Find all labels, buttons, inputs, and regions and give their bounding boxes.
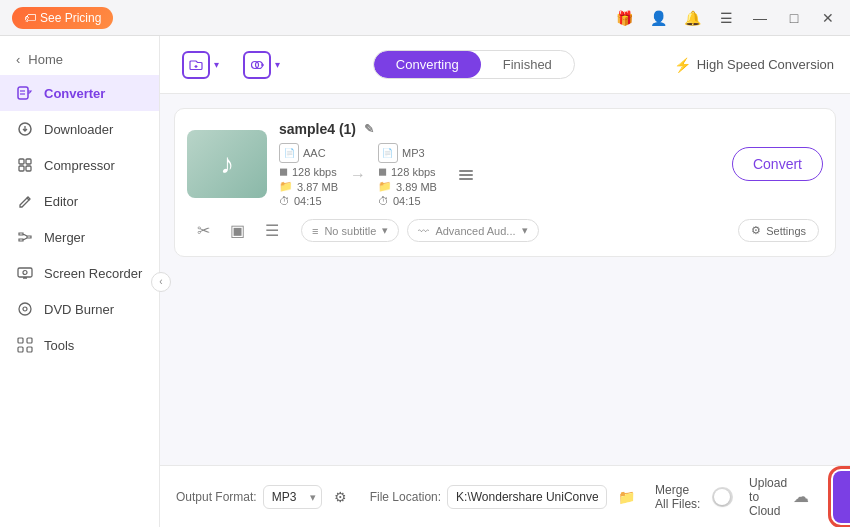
bell-icon-button[interactable]: 🔔 — [678, 4, 706, 32]
back-arrow-icon: ‹ — [16, 52, 20, 67]
sidebar-item-dvd-burner[interactable]: DVD Burner — [0, 291, 159, 327]
svg-point-10 — [19, 303, 31, 315]
output-format-select[interactable]: MP3 — [263, 485, 322, 509]
file-card-bottom: ✂ ▣ ☰ ≡ No subtitle ▾ 〰 Advanced Aud... … — [187, 217, 823, 244]
tab-converting[interactable]: Converting — [374, 51, 481, 78]
browse-folder-button[interactable]: 📁 — [613, 484, 639, 510]
output-size-row: 📁 3.89 MB — [378, 180, 437, 193]
input-bitrate-row: ◼ 128 kbps — [279, 165, 338, 178]
sidebar: ‹ Home Converter Downloader — [0, 36, 160, 527]
svg-rect-8 — [18, 268, 32, 277]
sidebar-item-downloader[interactable]: Downloader — [0, 111, 159, 147]
file-location-field: File Location: 📁 — [370, 484, 639, 510]
sidebar-label-merger: Merger — [44, 230, 85, 245]
dvd-burner-icon — [16, 300, 34, 318]
svg-point-11 — [23, 307, 27, 311]
subtitle-label: No subtitle — [324, 225, 376, 237]
convert-button[interactable]: Convert — [732, 147, 823, 181]
arrow-right-icon: → — [350, 166, 366, 184]
more-tool-button[interactable]: ☰ — [259, 217, 285, 244]
downloader-icon — [16, 120, 34, 138]
add-more-icon — [243, 51, 271, 79]
compressor-icon — [16, 156, 34, 174]
svg-rect-7 — [26, 166, 31, 171]
menu-icon-button[interactable]: ☰ — [712, 4, 740, 32]
gift-icon-button[interactable]: 🎁 — [610, 4, 638, 32]
size-icon: 📁 — [279, 180, 293, 193]
subtitle-chevron: ▾ — [382, 224, 388, 237]
minimize-button[interactable]: — — [746, 4, 774, 32]
high-speed-label: High Speed Conversion — [697, 57, 834, 72]
svg-rect-0 — [18, 87, 28, 99]
maximize-button[interactable]: □ — [780, 4, 808, 32]
output-format-row: 📄 MP3 — [378, 143, 437, 163]
settings-button[interactable]: ⚙ Settings — [738, 219, 819, 242]
sidebar-item-tools[interactable]: Tools — [0, 327, 159, 363]
sidebar-item-screen-recorder[interactable]: Screen Recorder — [0, 255, 159, 291]
subtitle-icon: ≡ — [312, 225, 318, 237]
sidebar-label-tools: Tools — [44, 338, 74, 353]
file-meta-row: 📄 AAC ◼ 128 kbps 📁 3.87 MB — [279, 143, 720, 207]
add-more-button[interactable]: ▾ — [237, 47, 286, 83]
file-options-button[interactable] — [453, 162, 479, 188]
merge-files-row: Merge All Files: — [655, 483, 733, 511]
sidebar-label-downloader: Downloader — [44, 122, 113, 137]
crop-tool-button[interactable]: ▣ — [224, 217, 251, 244]
duration-icon: ⏱ — [279, 195, 290, 207]
sidebar-item-editor[interactable]: Editor — [0, 183, 159, 219]
audio-wave-icon: 〰 — [418, 225, 429, 237]
svg-rect-15 — [27, 347, 32, 352]
sidebar-label-compressor: Compressor — [44, 158, 115, 173]
sidebar-label-converter: Converter — [44, 86, 105, 101]
sidebar-item-merger[interactable]: Merger — [0, 219, 159, 255]
input-bitrate: 128 kbps — [292, 166, 337, 178]
see-pricing-button[interactable]: 🏷 See Pricing — [12, 7, 113, 29]
toolbar: ▾ ▾ Converting Finished ⚡ — [160, 36, 850, 94]
output-duration-icon: ⏱ — [378, 195, 389, 207]
output-format-icon: 📄 — [378, 143, 398, 163]
close-button[interactable]: ✕ — [814, 4, 842, 32]
file-location-input[interactable] — [447, 485, 607, 509]
audio-label: Advanced Aud... — [435, 225, 515, 237]
file-location-label: File Location: — [370, 490, 441, 504]
output-bitrate-row: ◼ 128 kbps — [378, 165, 437, 178]
file-thumbnail: ♪ — [187, 130, 267, 198]
svg-rect-14 — [18, 347, 23, 352]
sidebar-item-compressor[interactable]: Compressor — [0, 147, 159, 183]
merger-icon — [16, 228, 34, 246]
settings-format-button[interactable]: ⚙ — [328, 484, 354, 510]
audio-select[interactable]: 〰 Advanced Aud... ▾ — [407, 219, 538, 242]
cloud-upload-icon: ☁ — [793, 487, 809, 506]
subtitle-select[interactable]: ≡ No subtitle ▾ — [301, 219, 399, 242]
input-format: AAC — [303, 147, 326, 159]
add-more-chevron: ▾ — [275, 59, 280, 70]
sidebar-collapse-button[interactable]: ‹ — [151, 272, 171, 292]
cut-tool-button[interactable]: ✂ — [191, 217, 216, 244]
screen-recorder-icon — [16, 264, 34, 282]
sidebar-label-screen-recorder: Screen Recorder — [44, 266, 142, 281]
sidebar-item-home[interactable]: ‹ Home — [0, 44, 159, 75]
output-bitrate-icon: ◼ — [378, 165, 387, 178]
sidebar-label-editor: Editor — [44, 194, 78, 209]
tab-group: Converting Finished — [373, 50, 575, 79]
start-all-button[interactable]: Start All — [833, 471, 850, 523]
tab-finished[interactable]: Finished — [481, 51, 574, 78]
output-size-icon: 📁 — [378, 180, 392, 193]
svg-point-9 — [23, 271, 27, 275]
svg-rect-6 — [19, 166, 24, 171]
edit-icon[interactable]: ✎ — [364, 122, 374, 136]
lightning-icon: ⚡ — [674, 57, 691, 73]
merge-toggle[interactable] — [712, 487, 733, 507]
user-icon-button[interactable]: 👤 — [644, 4, 672, 32]
output-duration-row: ⏱ 04:15 — [378, 195, 437, 207]
input-size: 3.87 MB — [297, 181, 338, 193]
input-format-row: 📄 AAC — [279, 143, 338, 163]
sidebar-item-converter[interactable]: Converter — [0, 75, 159, 111]
main-panel: ▾ ▾ Converting Finished ⚡ — [160, 36, 850, 527]
file-list-area: ♪ sample4 (1) ✎ 📄 AAC — [160, 94, 850, 465]
input-format-icon: 📄 — [279, 143, 299, 163]
window-controls: 🎁 👤 🔔 ☰ — □ ✕ — [610, 4, 842, 32]
editor-icon — [16, 192, 34, 210]
input-size-row: 📁 3.87 MB — [279, 180, 338, 193]
add-files-button[interactable]: ▾ — [176, 47, 225, 83]
